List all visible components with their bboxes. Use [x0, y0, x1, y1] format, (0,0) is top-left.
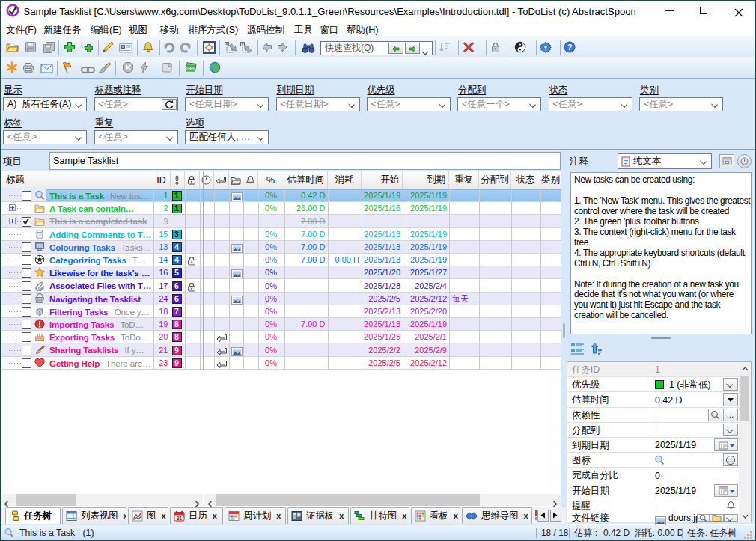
svg-text:?: ?	[567, 43, 573, 52]
svg-text:31: 31	[177, 515, 183, 520]
